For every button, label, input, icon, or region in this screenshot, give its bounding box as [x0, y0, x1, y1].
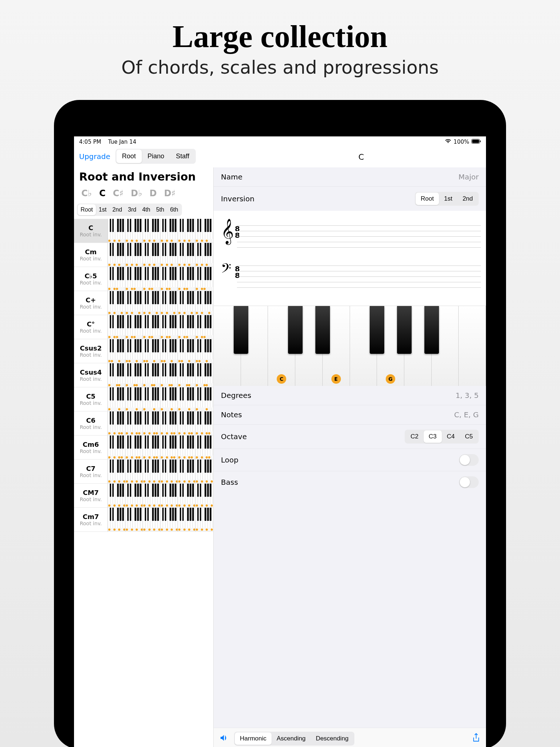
chord-row[interactable]: CmRoot inv. — [74, 243, 213, 267]
tab-piano[interactable]: Piano — [142, 150, 170, 163]
chord-row[interactable]: C♭5Root inv. — [74, 267, 213, 291]
chord-row[interactable]: C+Root inv. — [74, 291, 213, 315]
chord-inv: Root inv. — [74, 448, 108, 454]
chord-inv: Root inv. — [74, 424, 108, 430]
root-note[interactable]: C — [99, 188, 106, 198]
notes-value: C, E, G — [454, 410, 479, 419]
inversion-label: Inversion — [221, 194, 254, 203]
status-bar: 4:05 PM Tue Jan 14 100% — [74, 136, 486, 147]
play-mode-option[interactable]: Harmonic — [235, 732, 272, 745]
chord-name: C7 — [74, 465, 108, 472]
piano-white-key[interactable] — [459, 306, 486, 386]
chord-row[interactable]: Csus4Root inv. — [74, 363, 213, 387]
chord-row[interactable]: C°Root inv. — [74, 315, 213, 339]
inversion-option[interactable]: 6th — [167, 204, 181, 215]
chord-row[interactable]: C5Root inv. — [74, 387, 213, 411]
right-panel: Name Major Inversion Root1st2nd 𝄞 88 𝄢 8… — [214, 167, 486, 747]
inversion-right-option[interactable]: Root — [416, 193, 439, 205]
chord-row[interactable]: C7Root inv. — [74, 460, 213, 484]
status-battery-pct: 100% — [454, 139, 469, 145]
chord-row[interactable]: CRoot inv. — [74, 219, 213, 243]
chord-row[interactable]: CM7Root inv. — [74, 484, 213, 508]
play-mode-option[interactable]: Descending — [311, 732, 354, 745]
piano-black-key[interactable] — [315, 306, 330, 354]
play-mode-option[interactable]: Ascending — [272, 732, 311, 745]
chord-inv: Root inv. — [74, 520, 108, 526]
piano-black-key[interactable] — [397, 306, 412, 354]
left-panel: Root and Inversion C♭CC♯D♭DD♯ Root1st2nd… — [74, 167, 214, 747]
chord-header: C — [358, 152, 364, 162]
chord-name: C♭5 — [74, 272, 108, 280]
inversion-option[interactable]: 4th — [139, 204, 153, 215]
tab-root[interactable]: Root — [116, 150, 142, 163]
chord-inv: Root inv. — [74, 280, 108, 286]
note-marker: E — [331, 374, 341, 384]
chord-name: Csus2 — [74, 344, 108, 352]
piano-black-key[interactable] — [424, 306, 439, 354]
tab-staff[interactable]: Staff — [170, 150, 195, 163]
inversion-option[interactable]: 5th — [153, 204, 167, 215]
wifi-icon — [445, 139, 451, 145]
piano-black-key[interactable] — [234, 306, 248, 354]
upgrade-link[interactable]: Upgrade — [79, 152, 110, 161]
bottom-toolbar: HarmonicAscendingDescending — [214, 728, 486, 747]
octave-segmented[interactable]: C2C3C4C5 — [405, 430, 479, 444]
root-note[interactable]: D — [149, 188, 157, 198]
root-note-selector[interactable]: C♭CC♯D♭DD♯ — [74, 188, 213, 204]
chord-name: C — [74, 224, 108, 232]
svg-rect-2 — [480, 140, 481, 142]
inversion-segmented-control[interactable]: Root1st2nd3rd4th5th6th — [77, 204, 182, 216]
chord-name: CM7 — [74, 489, 108, 496]
inversion-option[interactable]: 3rd — [125, 204, 139, 215]
inversion-row: Inversion Root1st2nd — [214, 187, 486, 211]
piano-keyboard[interactable]: CEG — [214, 306, 486, 386]
device-frame: 4:05 PM Tue Jan 14 100% Upgrade RootPian… — [54, 100, 506, 747]
speaker-icon[interactable] — [219, 734, 228, 743]
inversion-right-option[interactable]: 1st — [439, 193, 458, 205]
bass-label: Bass — [221, 478, 238, 487]
inversion-option[interactable]: 1st — [96, 204, 109, 215]
chord-row[interactable]: Cm6Root inv. — [74, 436, 213, 460]
inversion-right-option[interactable]: 2nd — [458, 193, 478, 205]
chord-name: Cm6 — [74, 441, 108, 448]
bass-staff: 𝄢 88 — [219, 255, 481, 295]
svg-rect-1 — [472, 140, 479, 143]
share-icon[interactable] — [472, 733, 480, 744]
treble-clef-icon: 𝄞 — [221, 218, 234, 244]
chord-inv: Root inv. — [74, 400, 108, 406]
inversion-option[interactable]: Root — [78, 204, 96, 215]
notes-row: Notes C, E, G — [214, 405, 486, 425]
chord-name: C5 — [74, 392, 108, 400]
piano-black-key[interactable] — [288, 306, 303, 354]
chord-row[interactable]: Cm7Root inv. — [74, 508, 213, 532]
octave-option[interactable]: C3 — [424, 430, 442, 443]
bass-row: Bass — [214, 471, 486, 493]
octave-option[interactable]: C2 — [405, 430, 424, 443]
octave-row: Octave C2C3C4C5 — [214, 425, 486, 449]
status-date: Tue Jan 14 — [108, 139, 136, 145]
root-note[interactable]: D♯ — [164, 188, 176, 198]
chord-name: Cm7 — [74, 513, 108, 520]
root-note[interactable]: D♭ — [131, 188, 142, 198]
degrees-label: Degrees — [221, 391, 251, 400]
loop-toggle[interactable] — [459, 454, 479, 466]
degrees-row: Degrees 1, 3, 5 — [214, 386, 486, 405]
play-mode-segmented[interactable]: HarmonicAscendingDescending — [234, 732, 354, 746]
section-title: Root and Inversion — [74, 167, 213, 188]
octave-option[interactable]: C4 — [442, 430, 460, 443]
view-segmented-control[interactable]: RootPianoStaff — [116, 149, 196, 164]
root-note[interactable]: C♯ — [113, 188, 124, 198]
root-note[interactable]: C♭ — [81, 188, 92, 198]
bass-toggle[interactable] — [459, 476, 479, 488]
chord-row[interactable]: C6Root inv. — [74, 411, 213, 436]
inversion-option[interactable]: 2nd — [109, 204, 125, 215]
octave-option[interactable]: C5 — [460, 430, 478, 443]
toolbar: Upgrade RootPianoStaff C — [74, 147, 486, 167]
name-value: Major — [458, 173, 479, 181]
piano-black-key[interactable] — [370, 306, 384, 354]
treble-staff: 𝄞 88 — [219, 214, 481, 255]
inversion-right-segmented[interactable]: Root1st2nd — [415, 192, 479, 206]
note-marker: G — [386, 374, 395, 384]
chord-list[interactable]: CRoot inv.CmRoot inv.C♭5Root inv.C+Root … — [74, 219, 213, 747]
chord-row[interactable]: Csus2Root inv. — [74, 339, 213, 363]
